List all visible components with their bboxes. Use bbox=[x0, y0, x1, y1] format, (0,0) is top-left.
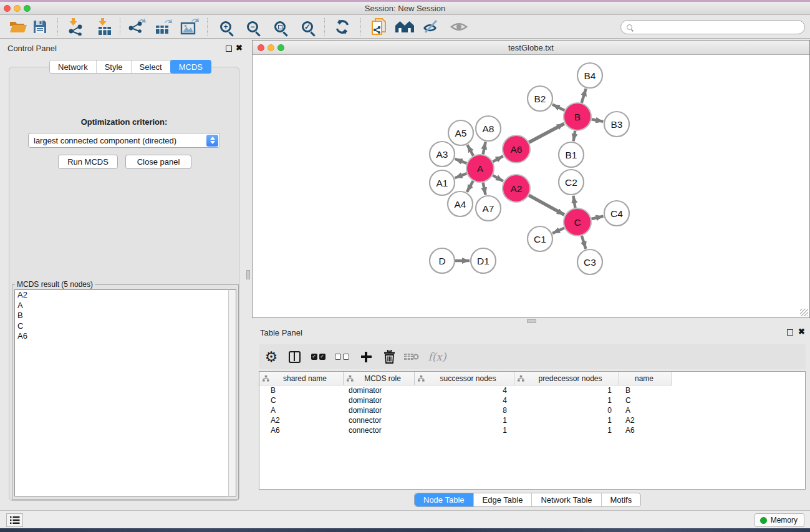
create-column-button[interactable] bbox=[355, 344, 377, 369]
column-header-successor-nodes[interactable]: successor nodes bbox=[415, 372, 514, 385]
tab-mcds[interactable]: MCDS bbox=[170, 60, 211, 74]
table-cell[interactable]: dominator bbox=[344, 395, 415, 405]
column-header-shared-name[interactable]: shared name bbox=[259, 372, 344, 385]
graph-edge-A-A3[interactable] bbox=[455, 159, 467, 163]
table-cell[interactable]: A bbox=[259, 405, 344, 415]
float-panel-button[interactable] bbox=[226, 46, 232, 52]
graph-node-B3[interactable]: B3 bbox=[604, 112, 629, 137]
close-panel-icon[interactable]: ✖ bbox=[236, 43, 243, 52]
show-columns-button[interactable] bbox=[283, 344, 306, 369]
refresh-button[interactable] bbox=[331, 15, 354, 39]
graph-edge-C-C3[interactable] bbox=[582, 236, 586, 249]
table-row[interactable]: Bdominator41B bbox=[259, 385, 805, 395]
tab-network[interactable]: Network bbox=[50, 60, 97, 73]
graph-edge-C-C4[interactable] bbox=[591, 216, 603, 219]
table-cell[interactable]: C bbox=[259, 395, 344, 405]
table-cell[interactable]: 4 bbox=[415, 395, 514, 405]
table-cell[interactable]: B bbox=[619, 385, 672, 395]
table-cell[interactable]: A2 bbox=[259, 415, 344, 425]
mcds-result-item[interactable]: B bbox=[15, 311, 228, 321]
network-window-titlebar[interactable]: testGlobe.txt bbox=[253, 41, 809, 55]
node-table[interactable]: shared nameMCDS rolesuccessor nodesprede… bbox=[259, 371, 806, 490]
network-vertical-scrollbar[interactable] bbox=[246, 270, 250, 279]
table-cell[interactable]: 1 bbox=[415, 415, 514, 425]
graph-edge-A-A8[interactable] bbox=[483, 142, 486, 155]
graph-edge-B-B2[interactable] bbox=[552, 105, 564, 110]
zoom-selected-button[interactable]: ✓ bbox=[296, 15, 319, 39]
run-mcds-button[interactable]: Run MCDS bbox=[58, 155, 118, 169]
graph-node-B[interactable]: B bbox=[564, 103, 591, 130]
table-cell[interactable]: A6 bbox=[259, 425, 344, 435]
tab-select[interactable]: Select bbox=[132, 60, 171, 73]
float-table-panel-button[interactable] bbox=[787, 329, 793, 336]
graph-node-C1[interactable]: C1 bbox=[528, 226, 552, 251]
export-image-button[interactable] bbox=[178, 15, 201, 39]
clone-network-button[interactable] bbox=[368, 15, 390, 39]
graph-node-A5[interactable]: A5 bbox=[448, 120, 473, 145]
table-row[interactable]: A6connector11A6 bbox=[259, 425, 805, 435]
column-header-name[interactable]: name bbox=[619, 372, 672, 385]
export-table-button[interactable] bbox=[152, 15, 175, 39]
table-cell[interactable]: 1 bbox=[514, 395, 619, 405]
delete-columns-button[interactable] bbox=[378, 344, 400, 369]
table-cell[interactable]: 1 bbox=[514, 385, 619, 395]
tab-motifs[interactable]: Motifs bbox=[602, 493, 641, 506]
graph-edge-A-A1[interactable] bbox=[455, 173, 467, 178]
table-cell[interactable]: 1 bbox=[514, 425, 619, 435]
table-cell[interactable]: 0 bbox=[514, 405, 619, 415]
result-scrollbar[interactable] bbox=[228, 289, 236, 496]
column-header-predecessor-nodes[interactable]: predecessor nodes bbox=[514, 372, 619, 385]
graph-node-A8[interactable]: A8 bbox=[476, 116, 501, 141]
mcds-result-item[interactable]: C bbox=[15, 321, 228, 332]
table-cell[interactable]: connector bbox=[344, 415, 415, 425]
graph-node-A6[interactable]: A6 bbox=[503, 135, 530, 163]
graph-node-D1[interactable]: D1 bbox=[471, 248, 496, 273]
mcds-result-item[interactable]: A2 bbox=[15, 290, 228, 301]
graph-node-C3[interactable]: C3 bbox=[577, 249, 602, 274]
graph-node-A1[interactable]: A1 bbox=[430, 170, 455, 195]
mcds-result-list[interactable]: A2ABCA6 bbox=[14, 289, 228, 496]
zoom-out-button[interactable]: − bbox=[241, 15, 264, 39]
table-cell[interactable]: B bbox=[259, 385, 344, 395]
network-canvas[interactable]: AA1A2A3A4A5A6A7A8BB1B2B3B4CC1C2C3C4DD1 bbox=[253, 55, 809, 317]
network-resize-grip[interactable] bbox=[800, 309, 808, 316]
tab-node-table[interactable]: Node Table bbox=[415, 493, 474, 506]
close-panel-button[interactable]: Close panel bbox=[125, 155, 191, 169]
column-header-MCDS-role[interactable]: MCDS role bbox=[344, 372, 415, 385]
zoom-fit-button[interactable] bbox=[269, 15, 291, 39]
graph-node-A7[interactable]: A7 bbox=[476, 196, 501, 221]
table-cell[interactable]: A bbox=[619, 405, 672, 415]
table-settings-button[interactable]: ⚙ bbox=[260, 344, 282, 369]
tab-network-table[interactable]: Network Table bbox=[532, 493, 601, 506]
graph-node-B4[interactable]: B4 bbox=[577, 63, 602, 88]
table-cell[interactable]: 1 bbox=[514, 415, 619, 425]
graph-node-D[interactable]: D bbox=[430, 248, 455, 273]
graph-node-A[interactable]: A bbox=[466, 155, 494, 182]
first-neighbors-button[interactable] bbox=[393, 15, 416, 39]
graph-edge-A-A6[interactable] bbox=[493, 156, 503, 162]
save-session-button[interactable] bbox=[29, 15, 51, 39]
graph-edge-A-A2[interactable] bbox=[493, 175, 503, 181]
import-network-button[interactable] bbox=[64, 15, 87, 39]
graph-node-C2[interactable]: C2 bbox=[559, 170, 584, 195]
graph-node-B1[interactable]: B1 bbox=[559, 142, 584, 167]
table-row[interactable]: A2connector11A2 bbox=[259, 415, 805, 425]
criterion-select[interactable]: largest connected component (directed) bbox=[28, 133, 220, 148]
unselect-all-button[interactable] bbox=[330, 344, 353, 369]
network-horizontal-scrollbar[interactable] bbox=[527, 319, 536, 323]
table-cell[interactable]: dominator bbox=[344, 385, 415, 395]
table-cell[interactable]: 4 bbox=[415, 385, 514, 395]
graph-edge-C-C1[interactable] bbox=[552, 228, 564, 233]
graph-edge-C-C2[interactable] bbox=[573, 196, 575, 208]
table-cell[interactable]: 8 bbox=[415, 405, 514, 415]
hide-selected-button[interactable] bbox=[420, 15, 442, 39]
show-all-button[interactable] bbox=[448, 15, 470, 39]
search-input[interactable] bbox=[620, 20, 805, 34]
table-cell[interactable]: C bbox=[619, 395, 672, 405]
import-table-button[interactable] bbox=[93, 15, 115, 39]
graph-edge-B-B4[interactable] bbox=[582, 89, 586, 103]
graph-edge-A-A5[interactable] bbox=[468, 145, 474, 155]
zoom-in-button[interactable]: + bbox=[215, 15, 237, 39]
table-row[interactable]: Cdominator41C bbox=[259, 395, 805, 405]
task-history-button[interactable] bbox=[6, 513, 23, 527]
